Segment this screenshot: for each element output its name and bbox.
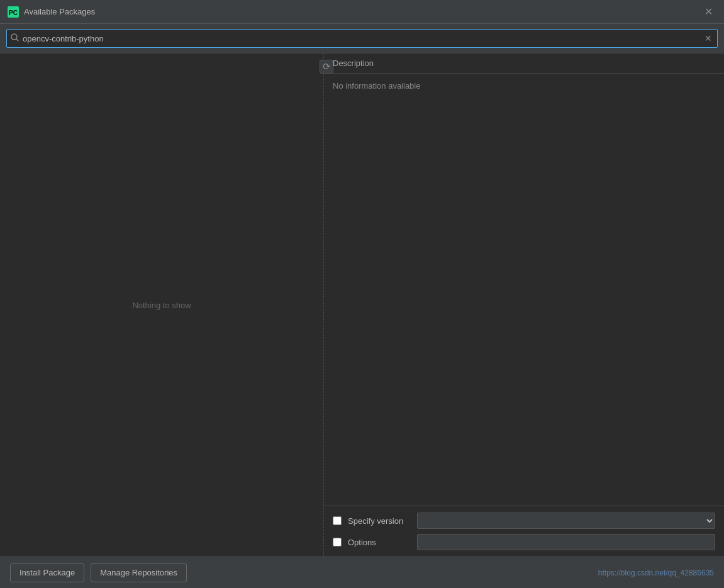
- packages-list-panel: Nothing to show ⟳: [0, 53, 324, 557]
- description-body: No information available: [324, 74, 724, 506]
- specify-version-checkbox[interactable]: [333, 516, 342, 525]
- version-select[interactable]: [417, 513, 715, 529]
- description-panel: Description No information available Spe…: [324, 53, 724, 557]
- manage-repositories-button[interactable]: Manage Repositories: [91, 563, 187, 582]
- window-title: Available Packages: [24, 7, 700, 16]
- options-label: Options: [348, 538, 411, 547]
- footer-buttons: Install Package Manage Repositories: [10, 563, 187, 582]
- refresh-icon: ⟳: [323, 61, 331, 72]
- footer: Install Package Manage Repositories http…: [0, 557, 724, 588]
- install-package-button[interactable]: Install Package: [10, 563, 84, 582]
- svg-text:PC: PC: [9, 9, 18, 16]
- status-url: https://blog.csdn.net/qq_42886635: [598, 569, 714, 577]
- options-input[interactable]: [417, 534, 715, 550]
- options-row: Options: [333, 534, 715, 550]
- install-controls: Specify version Options: [324, 506, 724, 557]
- empty-state-label: Nothing to show: [132, 301, 191, 310]
- search-wrapper: ✕: [6, 29, 718, 48]
- search-bar: ✕: [0, 24, 724, 53]
- specify-version-row: Specify version: [333, 513, 715, 529]
- svg-point-2: [11, 34, 17, 40]
- search-icon: [11, 33, 19, 43]
- options-checkbox[interactable]: [333, 538, 342, 546]
- close-button[interactable]: ✕: [700, 4, 716, 20]
- svg-line-3: [16, 39, 19, 42]
- description-header: Description: [324, 53, 724, 74]
- search-input[interactable]: [23, 34, 703, 43]
- main-content: Nothing to show ⟳ Description No informa…: [0, 53, 724, 557]
- search-clear-button[interactable]: ✕: [703, 32, 713, 45]
- specify-version-label: Specify version: [348, 516, 411, 526]
- title-bar: PC Available Packages ✕: [0, 0, 724, 24]
- refresh-button[interactable]: ⟳: [320, 60, 333, 74]
- app-icon: PC: [8, 6, 19, 18]
